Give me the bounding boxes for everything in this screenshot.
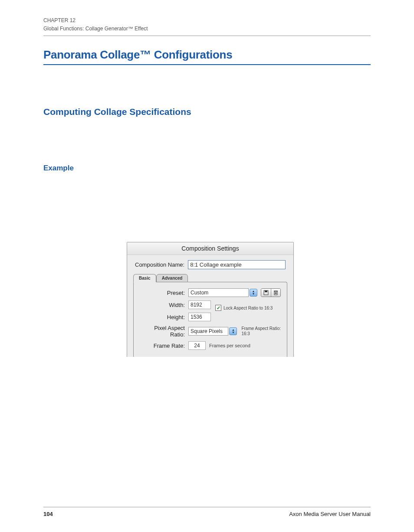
width-label: Width:	[140, 302, 188, 308]
height-label: Height:	[140, 314, 188, 320]
tab-basic[interactable]: Basic	[133, 274, 156, 282]
svg-rect-6	[274, 291, 278, 292]
pixel-aspect-ratio-value: Square Pixels	[191, 328, 223, 334]
height-input[interactable]	[188, 313, 211, 321]
frame-rate-input[interactable]	[188, 341, 206, 350]
example-heading: Example	[43, 164, 371, 173]
title-divider	[43, 64, 371, 65]
basic-panel: Preset: Custom ▲▼	[133, 282, 287, 357]
section-heading: Computing Collage Specifications	[43, 107, 371, 117]
frame-rate-label: Frame Rate:	[140, 343, 188, 349]
preset-stepper[interactable]: ▲▼	[250, 289, 257, 297]
composition-name-input[interactable]	[188, 260, 286, 269]
preset-select[interactable]: Custom	[188, 288, 249, 297]
dialog-title: Composition Settings	[127, 242, 293, 255]
lock-aspect-checkbox[interactable]: ✓	[215, 305, 221, 311]
composition-settings-dialog: Composition Settings Composition Name: B…	[127, 242, 294, 357]
svg-rect-1	[265, 290, 267, 292]
save-preset-icon[interactable]	[261, 289, 271, 297]
footer-divider	[43, 507, 371, 507]
chapter-subtitle: Global Functions: Collage Generator™ Eff…	[43, 25, 371, 33]
manual-title: Axon Media Server User Manual	[289, 511, 371, 517]
page-title: Panorama Collage™ Configurations	[43, 48, 371, 62]
pixel-aspect-ratio-select[interactable]: Square Pixels	[188, 327, 228, 336]
delete-preset-icon[interactable]	[271, 289, 280, 297]
lock-aspect-label: Lock Aspect Ratio to 16:3	[223, 306, 273, 310]
header-divider	[43, 36, 371, 36]
tab-advanced[interactable]: Advanced	[156, 274, 188, 282]
preset-value: Custom	[191, 290, 208, 296]
composition-name-label: Composition Name:	[135, 261, 184, 268]
chapter-number: CHAPTER 12	[43, 16, 371, 25]
frame-aspect-ratio-value: 16:3	[241, 331, 281, 336]
preset-label: Preset:	[140, 290, 188, 296]
frames-per-second-label: Frames per second	[209, 343, 250, 348]
frame-aspect-ratio-label: Frame Aspect Ratio:	[241, 326, 281, 331]
page-footer: 104 Axon Media Server User Manual	[43, 507, 371, 517]
pixel-aspect-ratio-stepper[interactable]: ▲▼	[229, 327, 237, 335]
pixel-aspect-ratio-label: Pixel Aspect Ratio:	[140, 325, 188, 338]
width-input[interactable]	[188, 300, 211, 309]
page-number: 104	[43, 511, 53, 517]
